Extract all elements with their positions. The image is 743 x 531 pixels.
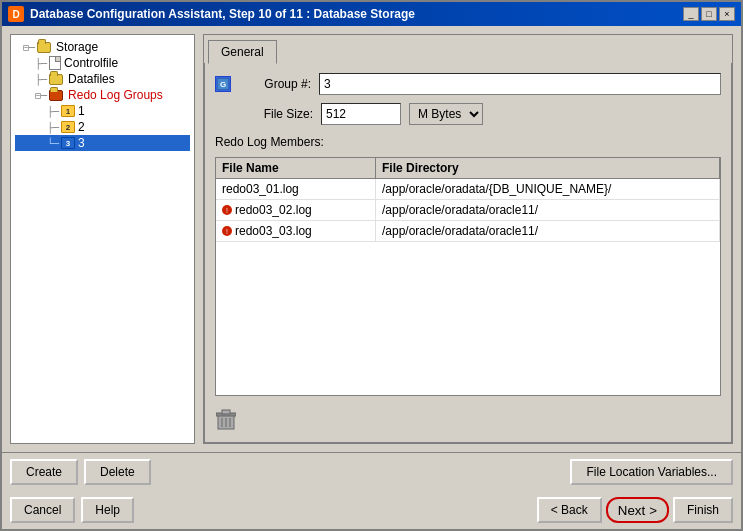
filesize-input[interactable] bbox=[321, 103, 401, 125]
content-area: ⊟─ Storage ├─ Controlfile ├─ Datafiles bbox=[2, 26, 741, 452]
tree-connector: ├─ bbox=[35, 58, 47, 69]
tab-general[interactable]: General bbox=[208, 40, 277, 64]
group-number-indicator-icon: G bbox=[215, 76, 231, 92]
table-row[interactable]: redo03_01.log /app/oracle/oradata/{DB_UN… bbox=[216, 179, 720, 200]
cancel-button[interactable]: Cancel bbox=[10, 497, 75, 523]
create-button[interactable]: Create bbox=[10, 459, 78, 485]
title-bar: D Database Configuration Assistant, Step… bbox=[2, 2, 741, 26]
tree-item-storage[interactable]: ⊟─ Storage bbox=[15, 39, 190, 55]
col-header-filename: File Name bbox=[216, 158, 376, 178]
tab-content: G Group #: File Size: M Bytes bbox=[204, 63, 732, 443]
tree-connector: └─ bbox=[47, 138, 59, 149]
filesize-row: File Size: M Bytes bbox=[215, 103, 721, 125]
close-button[interactable]: × bbox=[719, 7, 735, 21]
right-panel: General G Group #: bbox=[203, 34, 733, 444]
tree-label-controlfile: Controlfile bbox=[64, 56, 118, 70]
group3-icon: 3 bbox=[61, 137, 75, 149]
tree-item-datafiles[interactable]: ├─ Datafiles bbox=[15, 71, 190, 87]
redo-log-folder-icon bbox=[49, 89, 65, 101]
cell-filename-3: ! redo03_03.log bbox=[216, 221, 376, 241]
group2-icon: 2 bbox=[61, 121, 75, 133]
nav-left: Cancel Help bbox=[10, 497, 134, 523]
tree-connector: ├─ bbox=[47, 106, 59, 117]
cell-directory-1: /app/oracle/oradata/{DB_UNIQUE_NAME}/ bbox=[376, 179, 720, 199]
tree-item-controlfile[interactable]: ├─ Controlfile bbox=[15, 55, 190, 71]
datafiles-folder-icon bbox=[49, 73, 65, 85]
file-location-button[interactable]: File Location Variables... bbox=[570, 459, 733, 485]
app-icon: D bbox=[8, 6, 24, 22]
col-header-directory: File Directory bbox=[376, 158, 720, 178]
cell-filename-1: redo03_01.log bbox=[216, 179, 376, 199]
tab-content-bottom bbox=[215, 404, 721, 432]
tree-connector: ⊟─ bbox=[35, 90, 47, 101]
svg-rect-4 bbox=[222, 410, 230, 414]
window-title: Database Configuration Assistant, Step 1… bbox=[30, 7, 415, 21]
toolbar-bar: Create Delete File Location Variables... bbox=[2, 452, 741, 491]
back-button[interactable]: < Back bbox=[537, 497, 602, 523]
minimize-button[interactable]: _ bbox=[683, 7, 699, 21]
table-header: File Name File Directory bbox=[216, 158, 720, 179]
group-number-input[interactable] bbox=[319, 73, 721, 95]
help-button[interactable]: Help bbox=[81, 497, 134, 523]
tree-connector: ⊟─ bbox=[23, 42, 35, 53]
toolbar-right: File Location Variables... bbox=[570, 459, 733, 485]
tree-item-group1[interactable]: ├─ 1 1 bbox=[15, 103, 190, 119]
maximize-button[interactable]: □ bbox=[701, 7, 717, 21]
controlfile-doc-icon bbox=[49, 56, 61, 70]
next-label: Next bbox=[618, 503, 645, 518]
group1-icon: 1 bbox=[61, 105, 75, 117]
tree-label-group2: 2 bbox=[78, 120, 85, 134]
title-buttons: _ □ × bbox=[683, 7, 735, 21]
svg-text:G: G bbox=[220, 80, 226, 89]
nav-right: < Back Next > Finish bbox=[537, 497, 733, 523]
nav-bar: Cancel Help < Back Next > Finish bbox=[2, 491, 741, 529]
finish-button[interactable]: Finish bbox=[673, 497, 733, 523]
group-number-row: G Group #: bbox=[215, 73, 721, 95]
main-window: D Database Configuration Assistant, Step… bbox=[0, 0, 743, 531]
title-bar-left: D Database Configuration Assistant, Step… bbox=[8, 6, 415, 22]
tree-item-group3[interactable]: └─ 3 3 bbox=[15, 135, 190, 151]
members-table: File Name File Directory redo03_01.log /… bbox=[215, 157, 721, 396]
tree-connector: ├─ bbox=[47, 122, 59, 133]
row-warning-icon: ! bbox=[222, 226, 232, 236]
row-warning-icon: ! bbox=[222, 205, 232, 215]
tree-item-redo-log-groups[interactable]: ⊟─ Redo Log Groups bbox=[15, 87, 190, 103]
tree-label-redo-log-groups: Redo Log Groups bbox=[68, 88, 163, 102]
cell-directory-2: /app/oracle/oradata/oracle11/ bbox=[376, 200, 720, 220]
delete-button[interactable]: Delete bbox=[84, 459, 151, 485]
tree-label-group3: 3 bbox=[78, 136, 85, 150]
group-number-label: Group #: bbox=[241, 77, 311, 91]
filesize-unit-select[interactable]: M Bytes bbox=[409, 103, 483, 125]
table-row[interactable]: ! redo03_03.log /app/oracle/oradata/orac… bbox=[216, 221, 720, 242]
filesize-label: File Size: bbox=[243, 107, 313, 121]
storage-folder-icon bbox=[37, 41, 53, 53]
toolbar-left: Create Delete bbox=[10, 459, 151, 485]
cell-directory-3: /app/oracle/oradata/oracle11/ bbox=[376, 221, 720, 241]
next-arrow-icon: > bbox=[649, 503, 657, 518]
members-label: Redo Log Members: bbox=[215, 135, 721, 149]
tab-bar: General bbox=[204, 35, 732, 63]
tree-label-storage: Storage bbox=[56, 40, 98, 54]
tree-label-datafiles: Datafiles bbox=[68, 72, 115, 86]
table-row[interactable]: ! redo03_02.log /app/oracle/oradata/orac… bbox=[216, 200, 720, 221]
tree-panel: ⊟─ Storage ├─ Controlfile ├─ Datafiles bbox=[10, 34, 195, 444]
tree-item-group2[interactable]: ├─ 2 2 bbox=[15, 119, 190, 135]
tree-connector: ├─ bbox=[35, 74, 47, 85]
next-button[interactable]: Next > bbox=[606, 497, 669, 523]
delete-member-button[interactable] bbox=[215, 408, 237, 432]
tree-label-group1: 1 bbox=[78, 104, 85, 118]
cell-filename-2: ! redo03_02.log bbox=[216, 200, 376, 220]
